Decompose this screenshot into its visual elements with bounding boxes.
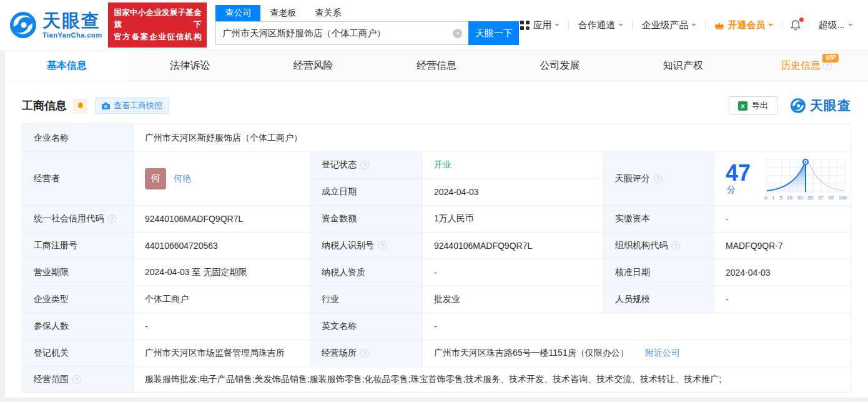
notifications-bell[interactable] (790, 19, 801, 31)
business-info-table: 企业名称 广州市天河区斯妤服饰店（个体工商户） 经营者 何 何艳 登记状态? 开… (22, 124, 851, 393)
label-paid-in-capital: 实缴资本 (604, 206, 714, 233)
score-number: 47 (726, 160, 751, 186)
label-establish-date: 成立日期 (310, 179, 423, 206)
help-icon[interactable]: ? (72, 375, 81, 384)
value-taxpayer-qualification: - (423, 259, 604, 286)
search-tab-company[interactable]: 查公司 (215, 5, 260, 21)
operator-avatar[interactable]: 何 (145, 168, 166, 189)
value-registration-status: 开业 (423, 152, 604, 179)
help-icon[interactable]: ? (360, 161, 369, 169)
top-menu: 应用 合作通道 企业级产品 开通会员 超级... (519, 19, 854, 31)
score-unit: 分 (727, 184, 736, 194)
tab-basic-info[interactable]: 基本信息 (5, 51, 128, 81)
label-insured-count: 参保人数 (22, 313, 134, 340)
value-capital-amount: 1万人民币 (423, 206, 604, 233)
value-company-type: 个体工商户 (134, 286, 310, 313)
value-business-term: 2024-04-03 至 无固定期限 (134, 259, 310, 286)
help-icon[interactable]: ? (671, 241, 680, 250)
label-business-scope: 经营范围? (22, 367, 134, 393)
value-establish-date: 2024-04-03 (423, 179, 604, 206)
search-tab-relation[interactable]: 查关系 (305, 5, 350, 21)
value-operator: 何 何艳 (134, 152, 310, 206)
subscribe-bell-button[interactable] (73, 99, 87, 113)
tab-history-info[interactable]: 历史信息 ? VIP (745, 51, 868, 81)
chevron-down-icon (848, 24, 853, 29)
crown-icon (714, 21, 724, 29)
menu-separator (705, 21, 706, 30)
menu-account[interactable]: 超级... (817, 19, 854, 31)
value-business-premises: 广州市天河区珠吉路65号一楼1151房（仅限办公） 附近公司 (423, 340, 851, 367)
tab-operating-info[interactable]: 经营信息 (375, 51, 498, 81)
value-business-scope: 服装服饰批发;电子产品销售;美发饰品销售;服装服饰零售;化妆品零售;珠宝首饰零售… (134, 367, 851, 393)
label-company-type: 企业类型 (22, 286, 134, 313)
chevron-down-icon (691, 24, 696, 29)
label-approval-date: 核准日期 (604, 259, 714, 286)
help-icon[interactable]: ? (654, 174, 663, 183)
operator-name-link[interactable]: 何艳 (174, 173, 191, 184)
value-credit-code: 92440106MADFQ9QR7L (134, 206, 310, 233)
search-input[interactable] (215, 21, 468, 45)
menu-apps[interactable]: 应用 (519, 19, 561, 31)
help-icon[interactable]: ? (107, 214, 116, 223)
help-icon[interactable]: ? (360, 349, 369, 358)
section-title: 工商信息 (22, 98, 67, 113)
tianyancha-logo-icon (9, 11, 37, 39)
label-business-term: 营业期限 (22, 259, 134, 286)
top-header: 天眼查 TianYanCha.com 国家中小企业发展子基金旗下 官方备案企业征… (0, 0, 868, 50)
bell-icon (77, 102, 84, 110)
tianyancha-logo[interactable]: 天眼查 TianYanCha.com (9, 11, 102, 39)
menu-open-vip[interactable]: 开通会员 (713, 19, 774, 31)
tianyancha-logo-icon (790, 98, 806, 114)
search-submit-button[interactable]: 天眼一下 (468, 21, 519, 45)
label-industry: 行业 (310, 286, 423, 313)
chevron-down-icon (768, 24, 773, 29)
tab-company-development[interactable]: 公司发展 (498, 51, 621, 81)
brand-domain: TianYanCha.com (42, 32, 102, 39)
gov-certification-badge: 国家中小企业发展子基金旗下 官方备案企业征信机构 (108, 3, 207, 48)
label-taxpayer-id: 纳税人识别号? (310, 233, 423, 259)
label-company-name: 企业名称 (22, 124, 134, 152)
label-operator: 经营者 (22, 152, 134, 206)
label-business-premises: 经营场所? (310, 340, 423, 367)
tab-legal[interactable]: 法律诉讼 (128, 51, 251, 81)
menu-separator (809, 21, 809, 30)
value-registration-number: 440106604720563 (134, 233, 310, 259)
vip-badge: VIP (822, 54, 839, 63)
view-snapshot-button[interactable]: 查看工商快照 (95, 98, 169, 114)
gov-badge-line2: 官方备案企业征信机构 (114, 31, 201, 43)
value-approval-date: 2024-04-03 (714, 259, 851, 286)
value-company-name: 广州市天河区斯妤服饰店（个体工商户） (134, 124, 851, 152)
menu-enterprise-products[interactable]: 企业级产品 (640, 19, 698, 31)
label-english-name: 英文名称 (310, 313, 423, 340)
value-tianyan-score: 47分 01315508 (714, 152, 851, 206)
camera-icon (102, 103, 110, 109)
value-org-code: MADFQ9QR-7 (714, 233, 851, 259)
search-tabs: 查公司 查老板 查关系 (215, 5, 519, 21)
value-industry: 批发业 (423, 286, 604, 313)
tab-operating-risk[interactable]: 经营风险 (252, 51, 375, 81)
label-tianyan-score: 天眼评分? (604, 152, 714, 206)
export-button[interactable]: X 导出 (729, 96, 777, 115)
label-taxpayer-qualification: 纳税人资质 (310, 259, 423, 286)
nearby-companies-link[interactable]: 附近公司 (645, 348, 680, 359)
company-nav-tabs: 基本信息 法律诉讼 经营风险 经营信息 公司发展 知识产权 历史信息 ? VIP (5, 50, 868, 81)
svg-text:X: X (741, 103, 745, 109)
search-tab-boss[interactable]: 查老板 (260, 5, 305, 21)
score-axis-labels: 0131550859799100 (764, 195, 847, 201)
curve-filled-area (767, 163, 806, 192)
chevron-down-icon (555, 24, 560, 29)
label-staff-size: 人员规模 (604, 286, 714, 313)
value-insured-count: - (134, 313, 310, 340)
notification-dot (799, 18, 804, 22)
label-registration-number: 工商注册号 (22, 233, 134, 259)
help-icon[interactable]: ? (378, 241, 387, 250)
app-grid-icon (520, 21, 530, 30)
value-paid-in-capital: - (714, 206, 851, 233)
label-org-code: 组织机构代码? (604, 233, 714, 259)
help-icon[interactable]: ? (823, 61, 832, 70)
basic-info-section: 工商信息 查看工商快照 X 导出 (5, 81, 868, 398)
score-curve (764, 157, 847, 194)
menu-separator (568, 21, 569, 30)
tab-intellectual-property[interactable]: 知识产权 (621, 51, 744, 81)
menu-cooperation[interactable]: 合作通道 (576, 19, 624, 31)
